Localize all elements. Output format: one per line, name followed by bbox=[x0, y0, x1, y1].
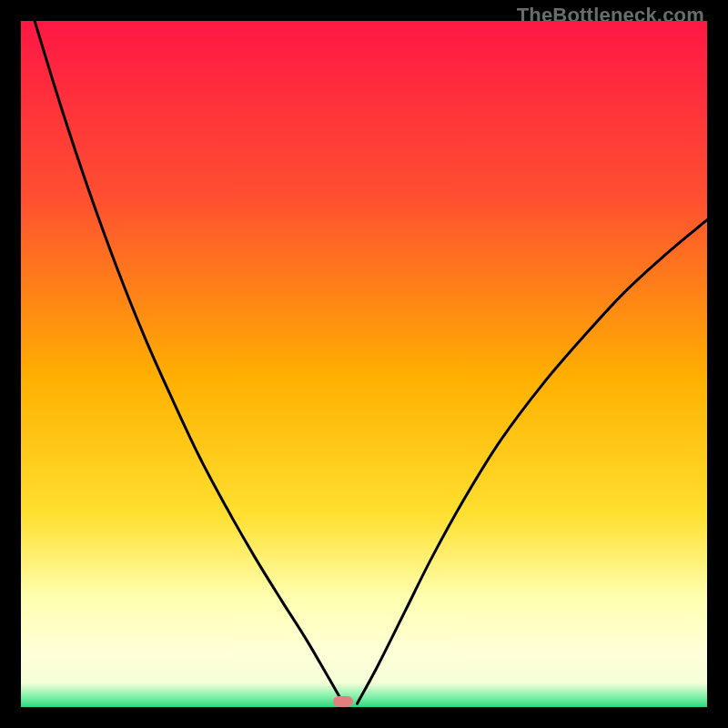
curve-right bbox=[357, 220, 707, 704]
bottleneck-curve bbox=[21, 21, 707, 707]
plot-area bbox=[21, 21, 707, 707]
minimum-marker bbox=[333, 696, 353, 707]
chart-frame: TheBottleneck.com bbox=[0, 0, 728, 728]
curve-left bbox=[35, 21, 343, 703]
